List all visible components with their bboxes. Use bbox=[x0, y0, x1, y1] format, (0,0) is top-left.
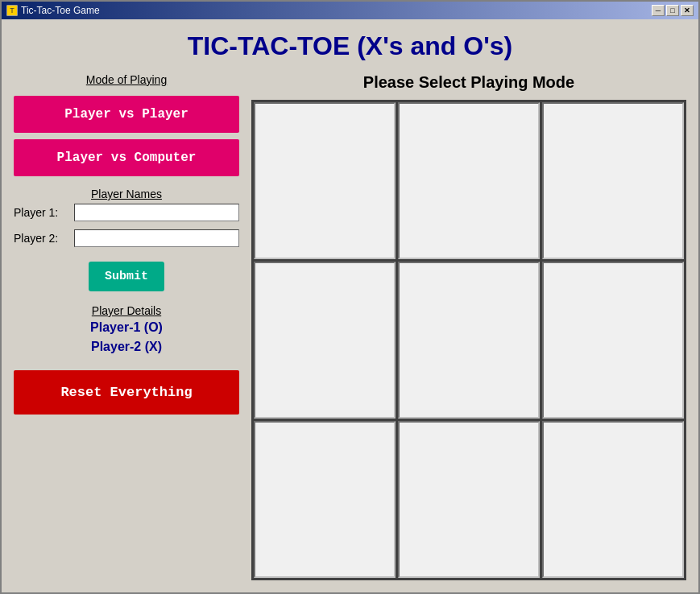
player-vs-player-button[interactable]: Player vs Player bbox=[14, 96, 239, 133]
player2-label: Player 2: bbox=[14, 232, 74, 245]
board-cell-2-1[interactable] bbox=[398, 421, 540, 578]
player2-input[interactable] bbox=[74, 229, 239, 247]
player-names-label: Player Names bbox=[14, 188, 239, 200]
main-title: TIC-TAC-TOE (X's and O's) bbox=[14, 31, 686, 61]
player-details-label: Player Details bbox=[14, 304, 239, 317]
player2-detail: Player-2 (X) bbox=[14, 340, 239, 354]
player1-label: Player 1: bbox=[14, 206, 74, 219]
game-board bbox=[251, 100, 686, 580]
reset-button[interactable]: Reset Everything bbox=[14, 370, 239, 415]
title-bar-controls: ─ □ ✕ bbox=[652, 5, 694, 16]
title-bar: T Tic-Tac-Toe Game ─ □ ✕ bbox=[2, 2, 698, 19]
right-panel: Please Select Playing Mode bbox=[251, 73, 686, 580]
player-vs-computer-button[interactable]: Player vs Computer bbox=[14, 139, 239, 176]
game-status: Please Select Playing Mode bbox=[251, 73, 686, 92]
board-cell-0-2[interactable] bbox=[542, 102, 684, 259]
left-panel: Mode of Playing Player vs Player Player … bbox=[14, 73, 239, 580]
player1-input[interactable] bbox=[74, 204, 239, 221]
app-icon: T bbox=[6, 5, 18, 16]
board-cell-0-1[interactable] bbox=[398, 102, 540, 259]
window-title: Tic-Tac-Toe Game bbox=[21, 5, 100, 16]
close-button[interactable]: ✕ bbox=[681, 5, 694, 16]
player-details-section: Player Details Player-1 (O) Player-2 (X) bbox=[14, 304, 239, 359]
player1-row: Player 1: bbox=[14, 204, 239, 221]
title-bar-text: T Tic-Tac-Toe Game bbox=[6, 5, 100, 16]
board-cell-2-0[interactable] bbox=[254, 421, 396, 578]
board-cell-2-2[interactable] bbox=[542, 421, 684, 578]
minimize-button[interactable]: ─ bbox=[652, 5, 665, 16]
maximize-button[interactable]: □ bbox=[666, 5, 679, 16]
content-area: Mode of Playing Player vs Player Player … bbox=[14, 73, 686, 580]
app-window: T Tic-Tac-Toe Game ─ □ ✕ TIC-TAC-TOE (X'… bbox=[0, 0, 700, 594]
player-names-section: Player Names Player 1: Player 2: bbox=[14, 188, 239, 255]
board-cell-1-2[interactable] bbox=[542, 262, 684, 419]
board-cell-1-1[interactable] bbox=[398, 262, 540, 419]
submit-button[interactable]: Submit bbox=[89, 262, 164, 291]
window-content: TIC-TAC-TOE (X's and O's) Mode of Playin… bbox=[2, 19, 698, 592]
player1-detail: Player-1 (O) bbox=[14, 320, 239, 335]
mode-label: Mode of Playing bbox=[14, 73, 239, 86]
player2-row: Player 2: bbox=[14, 229, 239, 247]
board-cell-1-0[interactable] bbox=[254, 262, 396, 419]
board-cell-0-0[interactable] bbox=[254, 102, 396, 259]
